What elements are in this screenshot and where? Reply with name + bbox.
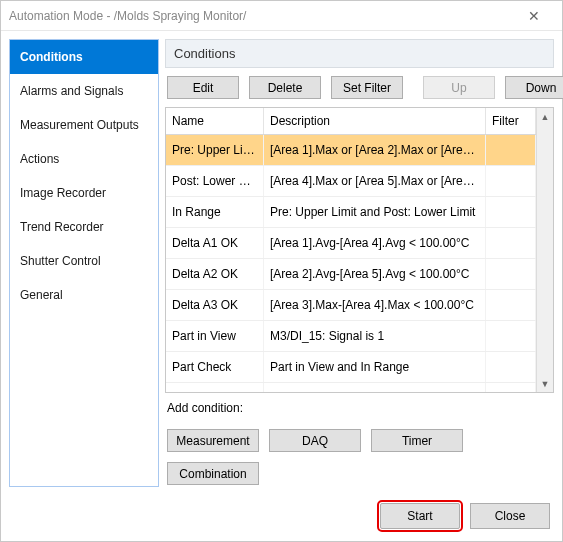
conditions-table: Name Description Filter Pre: Upper Limit…	[166, 108, 536, 392]
scroll-up-icon[interactable]: ▲	[537, 108, 553, 125]
cell-filter	[486, 259, 536, 289]
cell-filter	[486, 197, 536, 227]
cell-description: [Area 3].Max-[Area 4].Max < 100.00°C	[264, 290, 486, 320]
table-row[interactable]: Pre: Upper Limit[Area 1].Max or [Area 2]…	[166, 135, 536, 166]
close-icon[interactable]: ✕	[514, 8, 554, 24]
cell-description: [Area 1].Max or [Area 2].Max or [Area 3]…	[264, 135, 486, 165]
up-button[interactable]: Up	[423, 76, 495, 99]
vertical-scrollbar[interactable]: ▲ ▼	[536, 108, 553, 392]
sidebar: ConditionsAlarms and SignalsMeasurement …	[9, 39, 159, 487]
cell-description: [Area 4].Max or [Area 5].Max or [Area 6]…	[264, 166, 486, 196]
add-combination-button[interactable]: Combination	[167, 462, 259, 485]
cell-name: Delta A2 OK	[166, 259, 264, 289]
dialog-window: Automation Mode - /Molds Spraying Monito…	[0, 0, 563, 542]
scroll-down-icon[interactable]: ▼	[537, 375, 553, 392]
titlebar: Automation Mode - /Molds Spraying Monito…	[1, 1, 562, 31]
cell-description: [Area 2].Avg-[Area 5].Avg < 100.00°C	[264, 259, 486, 289]
conditions-table-wrap: Name Description Filter Pre: Upper Limit…	[165, 107, 554, 393]
cell-filter	[486, 321, 536, 351]
window-title: Automation Mode - /Molds Spraying Monito…	[9, 9, 514, 23]
cell-description: M3/DI_15: Signal is 1	[264, 321, 486, 351]
delete-button[interactable]: Delete	[249, 76, 321, 99]
cell-name: Part in View	[166, 321, 264, 351]
table-body: Pre: Upper Limit[Area 1].Max or [Area 2]…	[166, 135, 536, 392]
cell-name: Post: Lower Limit	[166, 166, 264, 196]
content-panel: Conditions Edit Delete Set Filter Up Dow…	[165, 39, 554, 487]
cell-filter	[486, 383, 536, 392]
sidebar-item[interactable]: Trend Recorder	[10, 210, 158, 244]
table-row[interactable]: Delta A3 OK[Area 3].Max-[Area 4].Max < 1…	[166, 290, 536, 321]
cell-filter	[486, 290, 536, 320]
cell-filter	[486, 352, 536, 382]
edit-button[interactable]: Edit	[167, 76, 239, 99]
table-row[interactable]: Part in ViewM3/DI_15: Signal is 1	[166, 321, 536, 352]
down-button[interactable]: Down	[505, 76, 563, 99]
cell-filter	[486, 166, 536, 196]
sidebar-item[interactable]: Measurement Outputs	[10, 108, 158, 142]
cell-name: Delta A1 OK	[166, 228, 264, 258]
sidebar-item[interactable]: Alarms and Signals	[10, 74, 158, 108]
panel-title: Conditions	[165, 39, 554, 68]
add-timer-button[interactable]: Timer	[371, 429, 463, 452]
table-row[interactable]: Post: Lower Limit[Area 4].Max or [Area 5…	[166, 166, 536, 197]
table-header: Name Description Filter	[166, 108, 536, 135]
add-condition-row: Add condition: Measurement DAQ Timer Com…	[165, 393, 554, 487]
cell-description: Part in View and In Range	[264, 352, 486, 382]
table-row[interactable]: Delta A2 OK[Area 2].Avg-[Area 5].Avg < 1…	[166, 259, 536, 290]
cell-name: Part Check	[166, 352, 264, 382]
sidebar-item[interactable]: Image Recorder	[10, 176, 158, 210]
sidebar-item[interactable]: Shutter Control	[10, 244, 158, 278]
col-header-description[interactable]: Description	[264, 108, 486, 134]
cell-filter	[486, 228, 536, 258]
cell-description: Immediate + 60.000 [0.010,60.000] s	[264, 383, 486, 392]
cell-description: [Area 1].Avg-[Area 4].Avg < 100.00°C	[264, 228, 486, 258]
dialog-body: ConditionsAlarms and SignalsMeasurement …	[1, 31, 562, 495]
cell-filter	[486, 135, 536, 165]
sidebar-item[interactable]: Actions	[10, 142, 158, 176]
add-condition-label: Add condition:	[167, 399, 552, 419]
set-filter-button[interactable]: Set Filter	[331, 76, 403, 99]
cell-name: .NUC Timer	[166, 383, 264, 392]
table-row[interactable]: Delta A1 OK[Area 1].Avg-[Area 4].Avg < 1…	[166, 228, 536, 259]
add-daq-button[interactable]: DAQ	[269, 429, 361, 452]
col-header-name[interactable]: Name	[166, 108, 264, 134]
table-row[interactable]: Part CheckPart in View and In Range	[166, 352, 536, 383]
table-row[interactable]: .NUC TimerImmediate + 60.000 [0.010,60.0…	[166, 383, 536, 392]
start-button[interactable]: Start	[380, 503, 460, 529]
table-row[interactable]: In RangePre: Upper Limit and Post: Lower…	[166, 197, 536, 228]
dialog-footer: Start Close	[1, 495, 562, 541]
cell-name: Pre: Upper Limit	[166, 135, 264, 165]
toolbar: Edit Delete Set Filter Up Down	[165, 68, 554, 107]
close-button[interactable]: Close	[470, 503, 550, 529]
cell-name: In Range	[166, 197, 264, 227]
add-measurement-button[interactable]: Measurement	[167, 429, 259, 452]
sidebar-item[interactable]: General	[10, 278, 158, 312]
cell-description: Pre: Upper Limit and Post: Lower Limit	[264, 197, 486, 227]
col-header-filter[interactable]: Filter	[486, 108, 536, 134]
sidebar-item[interactable]: Conditions	[10, 40, 158, 74]
cell-name: Delta A3 OK	[166, 290, 264, 320]
